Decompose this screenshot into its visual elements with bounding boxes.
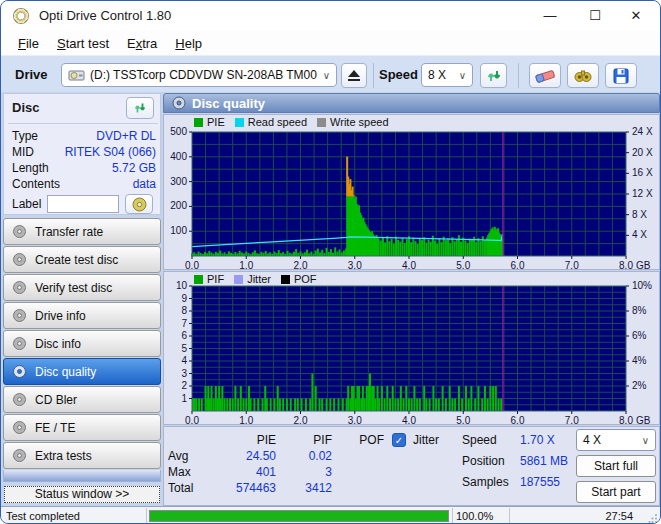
svg-text:5.0: 5.0 [456,415,470,424]
toolbar: Drive (D:) TSSTcorp CDDVDW SN-208AB TM00… [1,55,660,92]
chevron-down-icon: ∨ [459,70,466,81]
svg-text:1.0: 1.0 [239,415,253,424]
svg-text:4 X: 4 X [632,229,647,240]
sidebar-item-label: Drive info [35,309,86,323]
stats-header-row: PIEPIFPOF [168,432,384,448]
disc-info-list: TypeDVD+R DLMIDRITEK S04 (066)Length5.72… [12,128,156,192]
disc-icon [12,420,27,435]
sidebar-item-disc-quality[interactable]: Disc quality [3,358,161,385]
sidebar-item-disc-info[interactable]: Disc info [3,330,161,357]
legend-label: POF [294,273,317,285]
svg-text:8.0: 8.0 [619,415,633,424]
sidebar: Disc TypeDVD+R DLMIDRITEK S04 (066)Lengt… [3,93,161,504]
resize-grip[interactable] [648,513,658,523]
stats-row-total: Total5744633412 [168,480,384,496]
start-full-button[interactable]: Start full [576,455,656,477]
menu-extra[interactable]: Extra [118,34,166,53]
stat-value: 187555 [520,475,560,489]
menu-start-test[interactable]: Start test [48,34,118,53]
jitter-checkbox[interactable]: ✓ [392,433,406,447]
content-header: Disc quality [163,93,660,113]
disc-info-row: MIDRITEK S04 (066) [12,144,156,160]
svg-text:20 X: 20 X [632,147,653,158]
label-row: Label [12,193,156,215]
close-button[interactable]: ✕ [616,1,656,31]
svg-text:200: 200 [170,200,187,211]
divider [8,123,158,124]
sidebar-item-extra-tests[interactable]: Extra tests [3,442,161,469]
search-disc-button[interactable] [567,63,599,88]
sidebar-item-verify-test-disc[interactable]: Verify test disc [3,274,161,301]
sidebar-item-create-test-disc[interactable]: Create test disc [3,246,161,273]
stats-pie-value: 24.50 [204,449,276,463]
svg-text:7.0: 7.0 [565,260,579,269]
svg-text:9: 9 [181,293,187,304]
statusbar-separator [509,508,510,524]
sidebar-item-label: Disc info [35,337,81,351]
drive-select[interactable]: (D:) TSSTcorp CDDVDW SN-208AB TM00 ∨ [61,63,337,87]
legend-label: Jitter [247,273,271,285]
svg-text:3: 3 [181,368,187,379]
svg-text:10: 10 [176,280,188,291]
sidebar-item-fe-te[interactable]: FE / TE [3,414,161,441]
info-value: DVD+R DL [96,129,156,143]
disc-refresh-button[interactable] [126,97,154,119]
svg-text:3.0: 3.0 [348,415,362,424]
minimize-button[interactable]: — [530,1,570,31]
svg-text:4: 4 [181,355,187,366]
menu-file[interactable]: File [9,34,48,53]
refresh-button[interactable] [480,63,507,88]
write-label-button[interactable] [125,194,153,214]
info-label: Length [12,161,49,175]
label-input[interactable] [47,195,119,213]
eraser-icon [534,67,556,85]
test-speed-select[interactable]: 4 X ∨ [576,429,656,451]
eject-icon [348,70,360,81]
svg-text:2.0: 2.0 [294,260,308,269]
svg-text:16 X: 16 X [632,167,653,178]
menu-bar: FileStart testExtraHelp [1,31,660,55]
sidebar-item-cd-bler[interactable]: CD Bler [3,386,161,413]
speed-value: 8 X [428,68,446,82]
pie-chart-block: PIERead speedWrite speed 100200300400500… [163,114,660,270]
pif-chart-block: PIFJitterPOF 123456789102%4%6%8%10%0.01.… [163,271,660,425]
info-value: data [133,177,156,191]
svg-text:0.0: 0.0 [185,415,199,424]
status-window-button[interactable]: Status window >> [4,486,160,503]
disc-icon [12,448,27,463]
sidebar-item-drive-info[interactable]: Drive info [3,302,161,329]
stats-pif-value: 3412 [276,481,332,495]
speed-select[interactable]: 8 X ∨ [421,63,473,87]
pif-chart-legend: PIFJitterPOF [194,273,317,285]
svg-text:24 X: 24 X [632,126,653,137]
cd-icon [172,96,186,110]
svg-text:12 X: 12 X [632,188,653,199]
sidebar-item-transfer-rate[interactable]: Transfer rate [3,218,161,245]
svg-text:6%: 6% [632,330,647,341]
svg-text:GB: GB [636,415,651,424]
start-part-button[interactable]: Start part [576,481,656,503]
sidebar-item-label: Create test disc [35,253,118,267]
sidebar-item-label: FE / TE [35,421,75,435]
eject-button[interactable] [341,63,367,88]
toolbar-separator [373,63,374,88]
legend-swatch-pif [194,275,203,284]
progress-bar [149,510,449,522]
maximize-button[interactable]: ☐ [575,1,615,31]
info-label: Type [12,129,38,143]
disc-icon [12,392,27,407]
svg-text:8.0: 8.0 [619,260,633,269]
stats-pif-value: 0.02 [276,449,332,463]
save-button[interactable] [605,63,637,88]
menu-help[interactable]: Help [166,34,211,53]
svg-text:4.0: 4.0 [402,260,416,269]
svg-text:0.0: 0.0 [185,260,199,269]
legend-swatch-write-speed [317,118,326,127]
stat-label: Speed [462,433,520,447]
refresh-icon [133,101,147,115]
svg-text:300: 300 [170,176,187,187]
chevron-down-icon: ∨ [323,70,330,81]
statusbar-separator [146,508,147,524]
erase-disc-button[interactable] [529,63,561,88]
stats-row-label: Avg [168,449,204,463]
